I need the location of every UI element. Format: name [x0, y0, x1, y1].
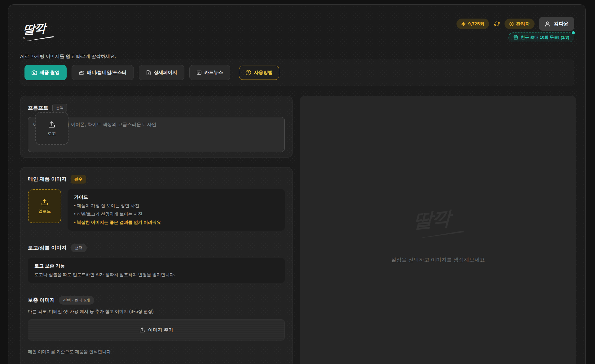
preview-panel: 딸깍 설정을 선택하고 이미지를 생성해보세요 [300, 96, 576, 364]
lightning-icon [461, 22, 466, 26]
logo-image-upload-box[interactable]: 로고 [35, 112, 68, 145]
gift-icon [513, 35, 518, 40]
extra-image-title: 보충 이미지 [28, 297, 55, 304]
main-image-upload-box[interactable]: 업로드 [28, 189, 61, 223]
help-label: 사용방법 [254, 70, 273, 76]
user-icon [544, 21, 550, 27]
tab-label: 제품 촬영 [40, 70, 60, 76]
admin-label: 관리자 [516, 21, 530, 27]
brand-logo-text: 딸깍 [23, 20, 53, 38]
preview-empty-message: 설정을 선택하고 이미지를 생성해보세요 [300, 256, 576, 263]
guide-item: 라벨/로고가 선명하게 보이는 사진 [74, 211, 278, 217]
extra-image-section-head: 보충 이미지 선택 · 최대 6개 [28, 296, 285, 305]
main-image-row: 업로드 가이드 제품이 가장 잘 보이는 정면 사진 라벨/로고가 선명하게 보… [28, 189, 285, 231]
tab-label: 카드뉴스 [205, 70, 223, 76]
tab-card-news[interactable]: 카드뉴스 [189, 65, 230, 80]
tab-product-shoot[interactable]: 제품 촬영 [24, 65, 67, 80]
main-image-section-head: 메인 제품 이미지 필수 [28, 175, 285, 184]
app-frame: 딸깍 ✕ 9,725회 관리자 김다윤 [8, 4, 586, 364]
upload-icon [139, 327, 145, 333]
credits-count: 9,725회 [468, 21, 484, 27]
settings-column: 프롬프트 선택 메인 제품 이미지 필수 업로드 가이드 제품이 [20, 96, 293, 364]
images-card: 메인 제품 이미지 필수 업로드 가이드 제품이 가장 잘 보이는 정면 사진 … [20, 167, 293, 364]
logo-spark-mark: ✕ [23, 37, 25, 41]
credits-badge[interactable]: 9,725회 [456, 19, 489, 29]
add-image-button[interactable]: 이미지 추가 [28, 319, 285, 340]
tab-label: 상세페이지 [154, 70, 177, 76]
invite-area: 친구 초대 10회 무료! (1/3) [509, 32, 574, 42]
prompt-section-head: 프롬프트 선택 [28, 104, 285, 112]
guide-item-warning: 복잡한 이미지는 좋은 결과를 얻기 어려워요 [74, 220, 278, 225]
gear-icon [509, 22, 514, 26]
mode-tab-strip: 제품 촬영 배너/썸네일/포스터 상세페이지 카드뉴스 사용방법 [20, 59, 574, 86]
preview-watermark: 딸깍 [300, 206, 576, 236]
refresh-credits-button[interactable] [493, 20, 500, 27]
optional-badge: 선택 [52, 104, 67, 112]
camera-icon [32, 70, 37, 75]
required-badge: 필수 [71, 175, 86, 184]
logo-preserve-title: 로고 보존 기능 [34, 263, 278, 269]
optional-max-badge: 선택 · 최대 6개 [59, 296, 94, 305]
logo-preserve-info-box: 로고 보존 기능 로고나 심볼을 따로 업로드하면 AI가 정확히 참조하여 변… [28, 258, 285, 283]
main-image-guide-box: 가이드 제품이 가장 잘 보이는 정면 사진 라벨/로고가 선명하게 보이는 사… [68, 189, 285, 231]
watermark-logo-text: 딸깍 [413, 204, 462, 234]
admin-badge[interactable]: 관리자 [505, 19, 535, 29]
extra-image-desc: 다른 각도, 디테일 샷, 사용 예시 등 추가 참고 이미지 (3~5장 권장… [28, 309, 285, 314]
document-icon [146, 70, 151, 75]
logo-image-row: 로고 로고 보존 기능 로고나 심볼을 따로 업로드하면 AI가 정확히 참조하… [28, 258, 285, 283]
clapperboard-icon [79, 70, 84, 75]
logo-image-title: 로고/심볼 이미지 [28, 245, 67, 251]
logo-image-section-head: 로고/심볼 이미지 선택 [28, 244, 285, 252]
guide-title: 가이드 [74, 194, 278, 200]
how-to-use-button[interactable]: 사용방법 [239, 66, 279, 80]
upload-icon [48, 121, 55, 128]
guide-item: 제품이 가장 잘 보이는 정면 사진 [74, 203, 278, 209]
notification-dot [572, 31, 575, 34]
tab-detail-page[interactable]: 상세페이지 [139, 65, 184, 80]
add-image-label: 이미지 추가 [148, 327, 174, 333]
invite-label: 친구 초대 10회 무료! (1/3) [521, 35, 569, 40]
main-image-title: 메인 제품 이미지 [28, 176, 67, 183]
main-image-footnote: 메인 이미지를 기준으로 제품을 인식합니다 [28, 349, 285, 355]
header-actions: 9,725회 관리자 김다윤 [456, 17, 574, 31]
tab-label: 배너/썸네일/포스터 [87, 70, 126, 76]
upload-icon [41, 198, 48, 206]
question-circle-icon [245, 70, 251, 76]
refresh-icon [494, 21, 500, 27]
prompt-title: 프롬프트 [28, 105, 48, 111]
tab-banner-thumbnail-poster[interactable]: 배너/썸네일/포스터 [72, 65, 134, 80]
logo-upload-label: 로고 [48, 131, 56, 136]
app-subtitle: AI로 마케팅 이미지를 쉽고 빠르게 딸깍하세요. [20, 54, 116, 59]
logo-preserve-desc: 로고나 심볼을 따로 업로드하면 AI가 정확히 참조하여 변형을 방지합니다. [34, 272, 278, 278]
card-news-icon [196, 70, 202, 75]
user-menu-button[interactable]: 김다윤 [539, 17, 574, 31]
user-name: 김다윤 [554, 21, 569, 27]
main-upload-label: 업로드 [38, 209, 51, 214]
optional-badge: 선택 [71, 244, 87, 252]
brand-logo: 딸깍 ✕ [23, 21, 60, 40]
invite-friends-button[interactable]: 친구 초대 10회 무료! (1/3) [509, 32, 574, 42]
